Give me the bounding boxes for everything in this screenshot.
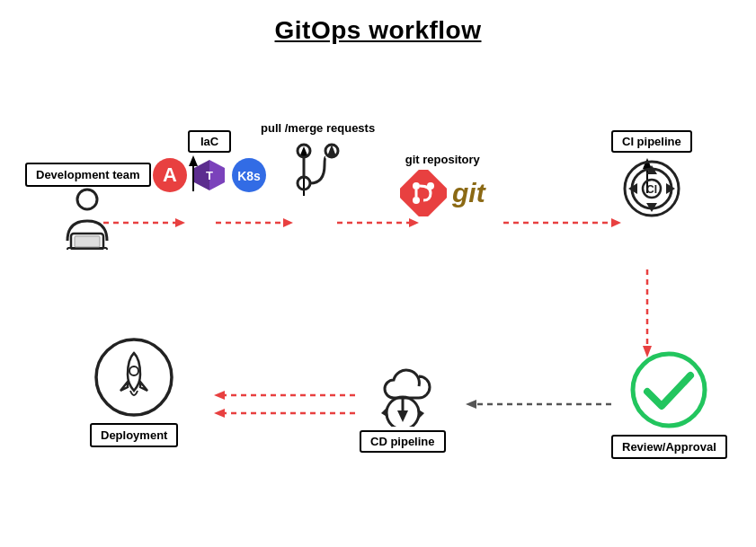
cd-pipeline-icon (367, 355, 439, 427)
svg-point-33 (298, 145, 310, 157)
svg-point-41 (413, 197, 420, 204)
deployment-label: Deployment (90, 423, 178, 447)
svg-point-34 (298, 177, 310, 190)
deployment-node: Deployment (90, 337, 178, 447)
svg-point-55 (96, 340, 172, 415)
svg-marker-15 (214, 409, 225, 418)
review-approval-icon (629, 350, 708, 429)
svg-marker-5 (409, 218, 419, 227)
svg-marker-11 (466, 400, 476, 409)
review-approval-node: Review/Approval (611, 350, 727, 459)
ci-pipeline-label: CI pipeline (611, 130, 692, 153)
iac-node: IaC A T K8s (151, 130, 268, 194)
dev-team-node: Development team (25, 157, 151, 250)
pull-merge-node: pull /merge requests (261, 121, 375, 194)
git-text: git (452, 178, 485, 208)
svg-text:A: A (163, 163, 177, 186)
terraform-icon: T (192, 158, 227, 192)
svg-point-22 (77, 190, 97, 209)
git-repo-node: git repository git (400, 153, 485, 216)
review-approval-label: Review/Approval (611, 435, 727, 459)
git-logo-icon (400, 170, 447, 216)
pull-merge-label: pull /merge requests (261, 121, 375, 135)
ci-pipeline-node: CI pipeline CI (611, 130, 692, 219)
deployment-icon (93, 337, 174, 418)
diagram-container: GitOps workflow (0, 0, 756, 547)
page-title: GitOps workflow (0, 0, 756, 45)
cd-pipeline-label: CD pipeline (360, 430, 446, 453)
svg-marker-1 (175, 218, 185, 227)
svg-marker-52 (397, 410, 408, 422)
cd-pipeline-node: CD pipeline (360, 355, 446, 453)
svg-rect-38 (400, 170, 447, 216)
svg-text:K8s: K8s (237, 169, 261, 183)
svg-rect-25 (75, 236, 100, 247)
person-icon (58, 187, 117, 250)
svg-marker-7 (611, 218, 621, 227)
arrows-layer (0, 0, 756, 547)
pull-request-icon (293, 140, 342, 194)
git-repo-label: git repository (405, 153, 480, 166)
iac-label: IaC (188, 130, 231, 153)
svg-point-56 (129, 366, 138, 375)
ansible-icon: A (151, 156, 189, 194)
svg-text:CI: CI (646, 183, 657, 196)
svg-point-50 (633, 354, 705, 426)
svg-point-39 (413, 182, 420, 190)
svg-marker-13 (214, 391, 225, 400)
dev-team-label: Development team (25, 163, 151, 187)
ci-pipeline-icon: CI (621, 158, 682, 219)
svg-text:T: T (206, 169, 213, 182)
svg-marker-3 (283, 218, 293, 227)
